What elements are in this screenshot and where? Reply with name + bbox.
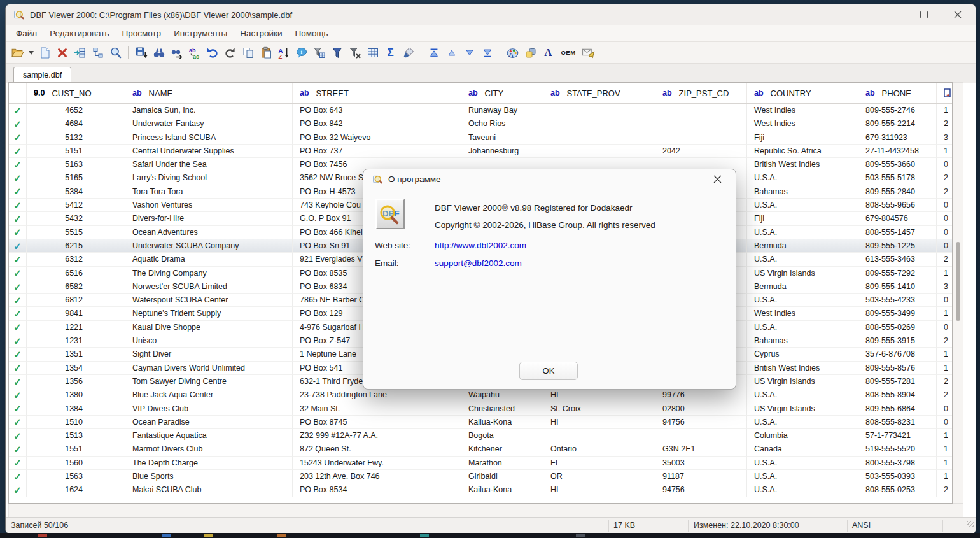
cell-phone[interactable]: 679-311923 <box>858 131 937 145</box>
cell-extra[interactable]: 3 <box>937 131 953 145</box>
cell-phone[interactable]: 809-555-6864 <box>858 402 937 416</box>
cell-country[interactable]: U.S.A. <box>747 171 858 185</box>
cell-phone[interactable]: 800-555-3798 <box>858 457 937 470</box>
find-next-button[interactable] <box>168 45 185 61</box>
theme-button[interactable] <box>522 45 539 61</box>
table-row[interactable]: ✓ 4684 Underwater Fantasy PO Box 842 Och… <box>9 117 952 131</box>
cell-country[interactable]: U.S.A. <box>747 321 858 334</box>
cell-country[interactable]: U.S.A. <box>747 294 858 307</box>
cell-name[interactable]: The Diving Company <box>125 267 293 280</box>
tab-sample-dbf[interactable]: sample.dbf <box>13 67 71 83</box>
cell-name[interactable]: Aquatic Drama <box>125 253 293 266</box>
cell-country[interactable]: U.S.A. <box>747 416 858 429</box>
cell-state-prov[interactable] <box>543 145 655 158</box>
email-link[interactable]: support@dbf2002.com <box>435 258 522 268</box>
open-file-button[interactable] <box>9 45 26 61</box>
cell-extra[interactable]: 0 <box>937 416 953 429</box>
cell-country[interactable]: US Virgin Islands <box>747 375 858 388</box>
cell-name[interactable]: Ocean Adventures <box>125 226 293 239</box>
cell-phone[interactable]: 808-555-0253 <box>858 483 937 497</box>
cell-state-prov[interactable]: Ontario <box>543 442 655 456</box>
color-scheme-button[interactable]: A <box>504 45 521 61</box>
cell-city[interactable]: Christiansted <box>461 402 543 416</box>
filter-clear-button[interactable] <box>346 45 363 61</box>
sum-button[interactable]: Σ <box>382 45 399 61</box>
cell-cust-no[interactable]: 6312 <box>27 253 125 266</box>
cell-cust-no[interactable]: 1513 <box>27 429 125 442</box>
cell-cust-no[interactable]: 6812 <box>27 294 125 307</box>
cell-cust-no[interactable]: 5412 <box>27 199 125 212</box>
cell-street[interactable]: PO Box 8745 <box>293 416 461 429</box>
cell-name[interactable]: Tora Tora Tora <box>125 185 293 199</box>
cell-phone[interactable]: 808-555-9656 <box>858 199 937 212</box>
cell-cust-no[interactable]: 5132 <box>27 131 125 145</box>
horizontal-scrollbar[interactable] <box>8 504 963 518</box>
cell-extra[interactable]: 2 <box>937 334 953 348</box>
cell-street[interactable]: 872 Queen St. <box>293 442 461 456</box>
cell-name[interactable]: Neptune's Trident Supply <box>125 307 293 320</box>
website-link[interactable]: http://www.dbf2002.com <box>435 241 526 250</box>
cell-city[interactable]: Giribaldi <box>461 470 543 483</box>
cell-cust-no[interactable]: 1384 <box>27 402 125 416</box>
cell-name[interactable]: Blue Sports <box>125 470 293 483</box>
undo-button[interactable] <box>204 45 221 61</box>
cell-zip-pst-cd[interactable]: 94756 <box>655 483 747 497</box>
cell-name[interactable]: Underwater SCUBA Company <box>125 239 293 253</box>
send-mail-button[interactable] <box>580 45 597 61</box>
cell-zip-pst-cd[interactable] <box>655 131 747 145</box>
cell-cust-no[interactable]: 1563 <box>27 470 125 483</box>
cell-country[interactable]: West Indies <box>747 104 858 117</box>
filter-expression-button[interactable] <box>311 45 328 61</box>
cell-country[interactable]: US Virgin Islands <box>747 267 858 280</box>
cell-phone[interactable]: 809-555-7281 <box>858 375 937 388</box>
cell-cust-no[interactable]: 5432 <box>27 212 125 225</box>
cell-zip-pst-cd[interactable] <box>655 104 747 117</box>
cell-extra[interactable]: 1 <box>937 457 953 470</box>
table-row[interactable]: ✓ 1624 Makai SCUBA Club PO Box 8534 Kail… <box>9 483 952 497</box>
cell-name[interactable]: Blue Jack Aqua Center <box>125 388 293 402</box>
cell-name[interactable]: Underwater Fantasy <box>125 117 293 131</box>
cell-country[interactable]: U.S.A. <box>747 470 858 483</box>
cell-phone[interactable]: 809-555-2840 <box>858 185 937 199</box>
cell-name[interactable]: Ocean Paradise <box>125 416 293 429</box>
cell-extra[interactable]: 0 <box>937 199 953 212</box>
cell-cust-no[interactable]: 6215 <box>27 239 125 253</box>
cell-phone[interactable]: 613-555-3463 <box>858 253 937 266</box>
table-row[interactable]: ✓ 1563 Blue Sports 203 12th Ave. Box 746… <box>9 470 952 483</box>
column-header-street[interactable]: abSTREET <box>293 83 461 103</box>
cell-phone[interactable]: 809-555-8576 <box>858 362 937 375</box>
cell-country[interactable]: Cyprus <box>747 348 858 361</box>
close-button[interactable] <box>944 5 972 24</box>
cell-phone[interactable]: 357-6-876708 <box>858 348 937 361</box>
cell-zip-pst-cd[interactable] <box>655 429 747 442</box>
cell-city[interactable]: Kailua-Kona <box>461 416 543 429</box>
table-row[interactable]: ✓ 1510 Ocean Paradise PO Box 8745 Kailua… <box>9 416 952 429</box>
cell-zip-pst-cd[interactable] <box>655 117 747 131</box>
cell-name[interactable]: Waterspout SCUBA Center <box>125 294 293 307</box>
cell-state-prov[interactable]: OR <box>543 470 655 483</box>
dialog-close-button[interactable] <box>708 171 727 188</box>
cell-cust-no[interactable]: 4684 <box>27 117 125 131</box>
cell-extra[interactable]: 1 <box>937 307 953 320</box>
menu-help[interactable]: Помощь <box>289 27 335 40</box>
cell-phone[interactable]: 809-555-2746 <box>858 104 937 117</box>
font-button[interactable]: A <box>540 45 557 61</box>
cell-zip-pst-cd[interactable]: 35003 <box>655 457 747 470</box>
cell-country[interactable]: Canada <box>747 442 858 456</box>
cell-zip-pst-cd[interactable]: 91187 <box>655 470 747 483</box>
cell-cust-no[interactable]: 1551 <box>27 442 125 456</box>
cell-extra[interactable]: 0 <box>937 294 953 307</box>
cell-name[interactable]: VIP Divers Club <box>125 402 293 416</box>
cell-cust-no[interactable]: 5151 <box>27 145 125 158</box>
cell-state-prov[interactable] <box>543 117 655 131</box>
cell-country[interactable]: U.S.A. <box>747 199 858 212</box>
cell-cust-no[interactable]: 6582 <box>27 280 125 294</box>
grid-view-button[interactable] <box>364 45 381 61</box>
cell-extra[interactable]: 2 <box>937 483 953 497</box>
cell-phone[interactable]: 519-555-5520 <box>858 442 937 456</box>
cell-state-prov[interactable] <box>543 429 655 442</box>
cell-city[interactable]: Marathon <box>461 457 543 470</box>
table-row[interactable]: ✓ 1384 VIP Divers Club 32 Main St. Chris… <box>9 402 952 416</box>
format-brush-button[interactable] <box>400 45 417 61</box>
cell-zip-pst-cd[interactable]: 99776 <box>655 388 747 402</box>
